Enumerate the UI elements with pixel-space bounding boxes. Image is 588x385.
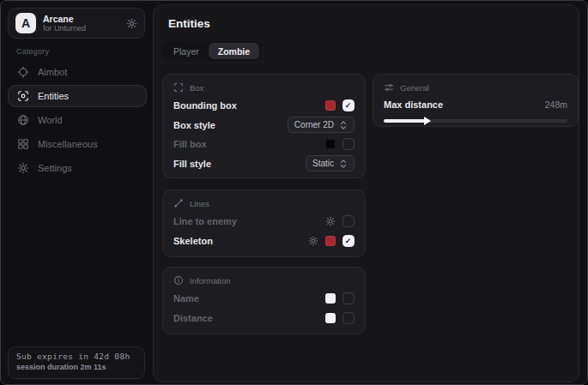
frame-corners-icon — [173, 82, 184, 93]
globe-icon — [17, 114, 29, 126]
app-logo: A — [15, 13, 36, 33]
sidebar-item-label: Aimbot — [38, 67, 67, 77]
skeleton-checkbox[interactable] — [342, 235, 355, 247]
dropdown-value: Static — [312, 159, 334, 168]
line-settings-gear-icon[interactable] — [325, 216, 336, 226]
scan-icon — [17, 90, 29, 102]
color-swatch[interactable] — [325, 313, 336, 323]
slider-fill — [384, 119, 426, 123]
slider-value: 248m — [545, 99, 567, 110]
section-title: Box — [190, 83, 203, 93]
sidebar-nav: Aimbot Entities World — [8, 61, 147, 181]
setting-label: Skeleton — [173, 236, 213, 246]
app-logo-card: A Arcane for Unturned — [8, 8, 145, 39]
color-swatch[interactable] — [325, 293, 336, 304]
session-duration-text: session duration 2m 11s — [16, 363, 136, 371]
color-swatch[interactable] — [325, 139, 336, 149]
app-name: Arcane — [43, 14, 126, 24]
sidebar-item-label: Settings — [38, 163, 72, 173]
tab-zombie[interactable]: Zombie — [209, 43, 259, 59]
box-section: Box Bounding box Box style Corner 2D — [162, 74, 366, 178]
fill-box-checkbox[interactable] — [342, 138, 355, 150]
page-title: Entities — [168, 17, 210, 30]
entity-tabs: Player Zombie — [162, 41, 261, 61]
setting-label: Fill style — [173, 159, 211, 169]
setting-row-distance: Distance — [173, 309, 355, 328]
lines-section-header: Lines — [173, 198, 355, 208]
slider-label: Max distance — [384, 99, 443, 110]
crosshair-icon — [17, 66, 29, 78]
max-distance-slider[interactable] — [384, 119, 567, 123]
app-title-block: Arcane for Unturned — [43, 14, 126, 33]
setting-row-bounding-box: Bounding box — [173, 96, 355, 116]
gear-icon — [17, 162, 29, 174]
color-swatch[interactable] — [325, 236, 336, 246]
chevron-up-down-icon — [339, 159, 348, 169]
setting-row-fill-box: Fill box — [173, 135, 355, 154]
setting-label: Box style — [173, 120, 215, 130]
sidebar-item-label: World — [38, 115, 63, 125]
distance-checkbox[interactable] — [342, 312, 355, 324]
section-title: General — [400, 83, 429, 93]
setting-label: Name — [173, 293, 199, 304]
sidebar-item-aimbot[interactable]: Aimbot — [8, 61, 147, 83]
info-icon — [173, 275, 184, 286]
category-label: Category — [16, 47, 49, 56]
max-distance-row: Max distance 248m — [384, 96, 567, 113]
bounding-box-checkbox[interactable] — [342, 99, 355, 111]
information-section: Information Name Distance — [162, 267, 366, 334]
sidebar-item-label: Entities — [38, 91, 69, 101]
general-section-header: General — [384, 82, 567, 93]
color-swatch[interactable] — [325, 100, 336, 111]
app-window: A Arcane for Unturned Category A — [0, 0, 588, 385]
setting-row-skeleton: Skeleton — [173, 232, 355, 251]
name-checkbox[interactable] — [342, 292, 355, 304]
chevron-up-down-icon — [339, 120, 348, 130]
tab-player[interactable]: Player — [164, 43, 209, 59]
fill-style-dropdown[interactable]: Static — [306, 155, 355, 171]
setting-row-name: Name — [173, 289, 355, 309]
box-style-dropdown[interactable]: Corner 2D — [288, 117, 355, 133]
sidebar-item-world[interactable]: World — [8, 109, 147, 131]
setting-label: Line to enemy — [173, 216, 237, 226]
sub-expiry-text: Sub expires in 42d 08h — [16, 352, 136, 361]
settings-gear-icon[interactable] — [126, 18, 137, 29]
dropdown-value: Corner 2D — [294, 120, 334, 129]
setting-row-line-to-enemy: Line to enemy — [173, 212, 355, 232]
diagonal-line-icon — [173, 198, 184, 208]
setting-label: Fill box — [173, 139, 207, 149]
information-section-header: Information — [173, 275, 355, 286]
setting-row-fill-style: Fill style Static — [173, 154, 355, 174]
sidebar-item-label: Miscellaneous — [38, 139, 98, 149]
sidebar-item-settings[interactable]: Settings — [8, 157, 147, 179]
section-title: Information — [190, 276, 231, 286]
line-to-enemy-checkbox[interactable] — [342, 215, 355, 227]
skeleton-settings-gear-icon[interactable] — [308, 236, 318, 246]
sidebar-item-entities[interactable]: Entities — [8, 85, 147, 107]
lines-section: Lines Line to enemy Skeleton — [162, 189, 366, 257]
app-subtitle: for Unturned — [43, 24, 126, 33]
box-section-header: Box — [173, 82, 355, 93]
setting-row-box-style: Box style Corner 2D — [173, 116, 355, 135]
sidebar: A Arcane for Unturned Category A — [1, 1, 152, 384]
section-title: Lines — [190, 199, 209, 208]
setting-label: Distance — [173, 313, 213, 323]
subscription-card: Sub expires in 42d 08h session duration … — [8, 346, 145, 379]
grid-icon — [17, 138, 29, 150]
general-section: General Max distance 248m — [373, 74, 579, 127]
setting-label: Bounding box — [173, 100, 237, 111]
main-panel: Entities Player Zombie Box Bounding box — [153, 4, 579, 382]
slider-thumb[interactable] — [424, 117, 431, 125]
sliders-icon — [384, 82, 394, 93]
sidebar-item-miscellaneous[interactable]: Miscellaneous — [8, 133, 147, 155]
